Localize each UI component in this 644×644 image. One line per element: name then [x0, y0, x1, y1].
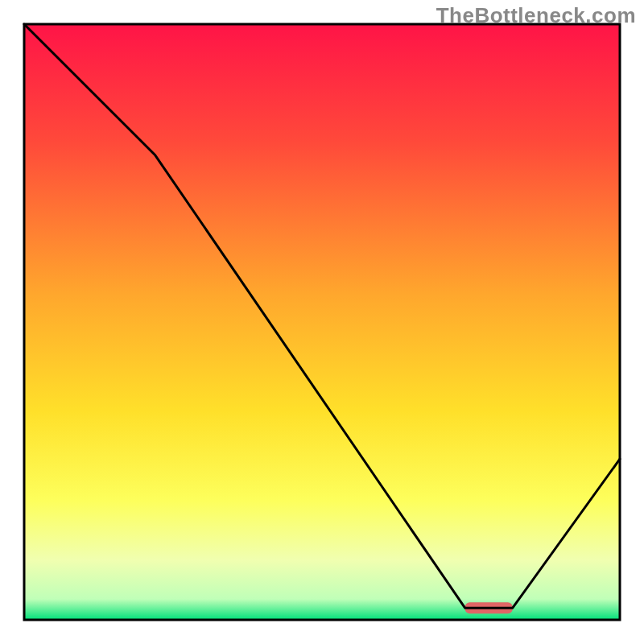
watermark-text: TheBottleneck.com: [436, 3, 636, 28]
chart-container: TheBottleneck.com: [0, 0, 644, 644]
bottleneck-chart: [0, 0, 644, 644]
